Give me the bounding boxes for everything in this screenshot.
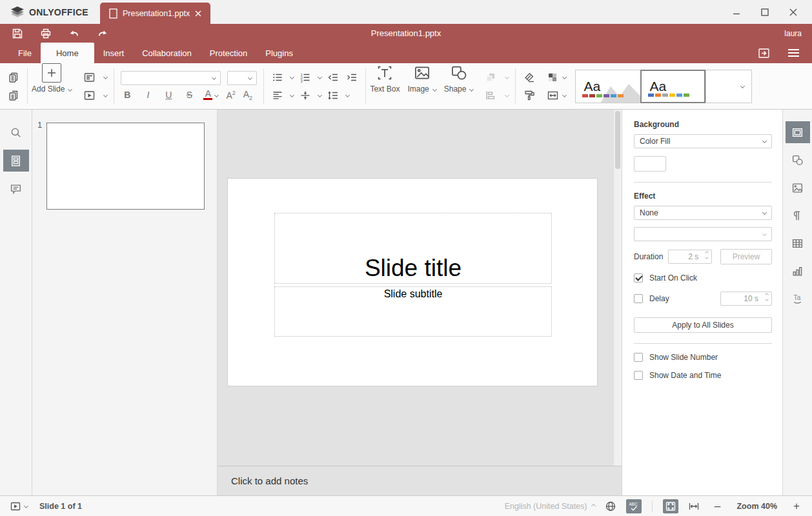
chevron-down-icon[interactable] xyxy=(318,75,322,79)
paragraph-settings-button[interactable] xyxy=(786,204,810,226)
preview-button[interactable]: Preview xyxy=(720,249,772,264)
change-layout-button[interactable] xyxy=(82,70,96,84)
hamburger-menu-icon[interactable] xyxy=(786,46,800,60)
spellcheck-button[interactable]: ABC xyxy=(626,499,642,513)
table-settings-button[interactable] xyxy=(786,232,810,254)
slides-panel-button[interactable] xyxy=(3,150,29,172)
user-name[interactable]: laura xyxy=(784,29,812,38)
chevron-down-icon[interactable] xyxy=(214,93,219,97)
align-shape-button[interactable] xyxy=(483,88,498,103)
show-date-time-checkbox[interactable] xyxy=(634,371,643,380)
bold-button[interactable]: B xyxy=(121,90,134,100)
menu-tab-home[interactable]: Home xyxy=(41,43,94,63)
theme-option-1[interactable]: Aa xyxy=(575,70,640,103)
theme-gallery-expand-button[interactable] xyxy=(733,70,752,103)
line-spacing-button[interactable] xyxy=(326,88,340,103)
slide[interactable]: Slide title Slide subtitle xyxy=(228,179,597,386)
canvas-scrollbar[interactable] xyxy=(613,110,622,466)
arrange-shape-button[interactable] xyxy=(483,70,498,84)
add-slide-button[interactable]: Add Slide xyxy=(28,63,76,109)
numbered-list-button[interactable]: 123 xyxy=(298,70,312,84)
menu-tab-insert[interactable]: Insert xyxy=(94,43,134,63)
close-button[interactable] xyxy=(784,3,803,21)
comments-button[interactable] xyxy=(3,178,29,200)
title-placeholder[interactable]: Slide title xyxy=(274,213,552,284)
chevron-down-icon[interactable] xyxy=(345,93,350,97)
menu-tab-protection[interactable]: Protection xyxy=(201,43,257,63)
minimize-button[interactable] xyxy=(727,3,746,21)
bullet-list-button[interactable] xyxy=(270,70,285,84)
chevron-down-icon[interactable] xyxy=(103,75,108,79)
start-slideshow-button[interactable] xyxy=(82,88,96,103)
chevron-down-icon[interactable] xyxy=(562,75,567,79)
language-selector[interactable]: English (United States) xyxy=(505,502,596,511)
duration-spinner[interactable]: 2 s xyxy=(668,250,712,264)
eraser-icon[interactable] xyxy=(522,70,536,84)
textart-settings-button[interactable]: Ta xyxy=(786,288,810,310)
superscript-button[interactable]: A2 xyxy=(226,90,235,101)
chevron-down-icon[interactable] xyxy=(24,504,28,508)
start-on-click-checkbox[interactable] xyxy=(634,273,643,283)
delay-checkbox[interactable] xyxy=(634,294,643,303)
font-color-button[interactable]: A xyxy=(203,90,212,100)
zoom-out-button[interactable]: – xyxy=(709,499,725,513)
italic-button[interactable]: I xyxy=(141,90,154,100)
effect-type-select[interactable] xyxy=(634,227,772,241)
text-box-button[interactable]: Text Box xyxy=(366,63,403,109)
underline-button[interactable]: U xyxy=(162,90,175,100)
chevron-down-icon[interactable] xyxy=(290,75,294,79)
slide-thumbnail[interactable] xyxy=(46,123,205,210)
increase-indent-button[interactable] xyxy=(345,70,359,84)
fit-to-width-button[interactable] xyxy=(686,499,702,513)
set-language-globe-button[interactable] xyxy=(603,499,618,513)
redo-button[interactable] xyxy=(96,26,110,41)
slide-size-button[interactable] xyxy=(545,88,560,103)
open-file-location-button[interactable] xyxy=(756,46,771,60)
apply-to-all-slides-button[interactable]: Apply to All Slides xyxy=(634,317,772,333)
font-name-select[interactable] xyxy=(121,71,221,85)
background-color-swatch[interactable] xyxy=(634,156,666,172)
fit-to-slide-button[interactable] xyxy=(663,499,678,513)
copy-button[interactable] xyxy=(6,70,21,84)
strikeout-button[interactable]: S xyxy=(183,90,196,100)
theme-option-2-selected[interactable]: Aa xyxy=(640,70,705,103)
paste-button[interactable] xyxy=(6,88,21,103)
maximize-button[interactable] xyxy=(755,3,775,21)
insert-shape-button[interactable]: Shape xyxy=(440,63,478,109)
tab-close-icon[interactable] xyxy=(195,10,201,17)
chevron-down-icon[interactable] xyxy=(562,93,567,97)
image-settings-button[interactable] xyxy=(786,177,810,199)
print-button[interactable] xyxy=(39,26,53,41)
menu-tab-plugins[interactable]: Plugins xyxy=(256,43,302,63)
shape-settings-button[interactable] xyxy=(786,149,810,171)
horizontal-align-button[interactable] xyxy=(270,88,285,103)
spinner-arrows-icon[interactable] xyxy=(766,293,768,301)
slide-settings-button[interactable] xyxy=(786,121,810,143)
font-size-select[interactable] xyxy=(227,71,257,85)
chevron-down-icon[interactable] xyxy=(318,93,322,97)
zoom-level[interactable]: Zoom 40% xyxy=(736,502,777,511)
notes-area[interactable]: Click to add notes xyxy=(218,466,622,495)
chevron-down-icon[interactable] xyxy=(505,75,509,79)
editing-canvas[interactable]: Slide title Slide subtitle Click to add … xyxy=(218,110,622,495)
zoom-in-button[interactable]: + xyxy=(789,499,804,513)
undo-button[interactable] xyxy=(67,26,81,41)
chevron-down-icon[interactable] xyxy=(505,93,509,97)
effect-select[interactable]: None xyxy=(634,206,772,220)
insert-image-button[interactable]: Image xyxy=(403,63,440,109)
vertical-align-button[interactable] xyxy=(298,88,312,103)
save-button[interactable] xyxy=(10,26,25,41)
menu-tab-collaboration[interactable]: Collaboration xyxy=(133,43,201,63)
chevron-down-icon[interactable] xyxy=(103,93,108,97)
subtitle-placeholder[interactable]: Slide subtitle xyxy=(274,286,552,337)
menu-tab-file[interactable]: File xyxy=(9,43,41,63)
delay-spinner[interactable]: 10 s xyxy=(720,292,772,306)
document-tab[interactable]: Presentation1.pptx xyxy=(100,3,210,24)
show-slide-number-checkbox[interactable] xyxy=(634,353,643,362)
spinner-arrows-icon[interactable] xyxy=(705,252,708,259)
background-fill-select[interactable]: Color Fill xyxy=(634,134,772,148)
copy-style-button[interactable] xyxy=(522,88,536,103)
subscript-button[interactable]: A2 xyxy=(243,89,252,101)
color-scheme-button[interactable] xyxy=(545,70,560,84)
scrollbar-thumb[interactable] xyxy=(615,111,620,169)
